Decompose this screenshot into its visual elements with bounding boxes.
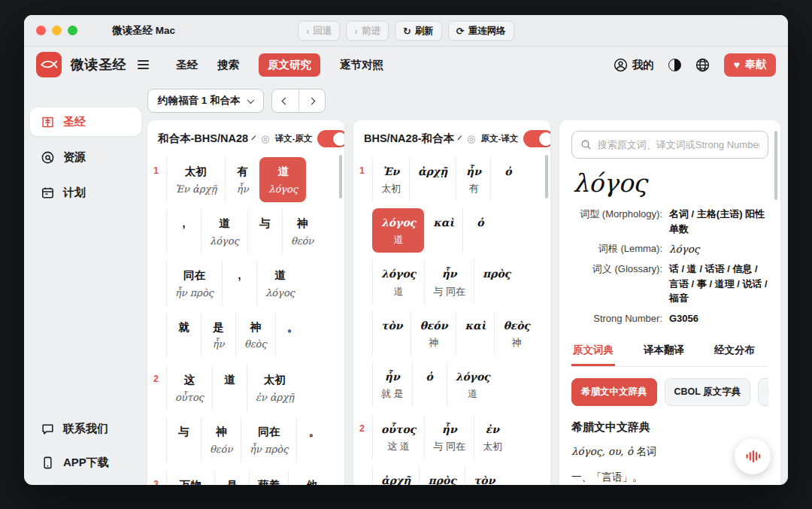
chevron-left-icon [281, 97, 289, 105]
word-cell[interactable]: πρὸς [474, 259, 519, 304]
word-cell[interactable]: 万物πάντα [166, 471, 214, 485]
next-chapter-button[interactable] [298, 89, 325, 112]
sidebar-item-plans[interactable]: 计划 [30, 178, 141, 207]
chevron-down-icon[interactable] [252, 135, 256, 140]
word-cell[interactable]: λόγος道 [447, 362, 498, 407]
chevron-down-icon[interactable] [458, 135, 462, 140]
word-cell-selected[interactable]: λόγος道 [372, 208, 424, 253]
word-cell[interactable]: 与 [247, 209, 282, 254]
word-cell[interactable]: 道λόγος [256, 261, 303, 306]
word-cell[interactable]: 道λόγος [201, 209, 247, 254]
sidebar-item-resources[interactable]: 资源 [30, 143, 141, 171]
word-cell[interactable]: 有ἦν [225, 157, 259, 202]
panel-settings-icon[interactable]: ◎ [467, 133, 475, 144]
morphology-label: 词型 (Morphology): [571, 207, 669, 236]
sidebar-item-contact-us[interactable]: 联系我们 [30, 414, 141, 443]
zoom-window-button[interactable] [68, 26, 77, 35]
word-cell[interactable]: 道 [212, 365, 247, 411]
panel-scrollbar[interactable] [545, 155, 548, 198]
panel-scrollbar[interactable] [774, 131, 777, 200]
menu-icon[interactable] [136, 57, 150, 72]
sidebar-item-bible[interactable]: 圣经 [30, 108, 141, 136]
word-cell[interactable]: 太初Ἐν ἀρχῇ [166, 157, 225, 202]
word-cell[interactable]: θεὸς神 [494, 311, 538, 356]
word-bottom-text: ἦν πρὸς [175, 287, 214, 300]
word-cell[interactable]: 就 [166, 313, 201, 358]
word-cell[interactable]: τὸν [465, 466, 503, 485]
verse-block: 2这οὗτος道太初ἐν ἀρχῇ与神θεόν同在ἦν πρὸς。 [153, 365, 335, 469]
sidebar-item-app-download[interactable]: APP下载 [30, 448, 141, 477]
word-cell[interactable]: ἦν有 [456, 157, 490, 201]
word-cell[interactable]: τὸν [372, 311, 411, 356]
word-cell[interactable]: ἦν就 是 [372, 362, 412, 407]
my-account-button[interactable]: 我的 [614, 58, 654, 72]
word-cell[interactable]: 是ἦν [201, 313, 235, 358]
word-cell[interactable]: 神θεόν [201, 417, 241, 462]
word-bottom-text [465, 337, 486, 350]
word-cell[interactable]: 是 [214, 471, 249, 485]
word-cell[interactable]: 。 [296, 417, 331, 462]
word-cell[interactable]: 神θεόν [282, 209, 322, 254]
word-bottom-text [483, 286, 511, 298]
word-cell[interactable]: οὗτος这 道 [372, 415, 424, 459]
passage-selector-dropdown[interactable]: 约翰福音 1 和合本 [147, 89, 264, 113]
previous-chapter-button[interactable] [272, 89, 298, 112]
word-cell[interactable]: , [166, 209, 201, 254]
nav-item-original-language-study[interactable]: 原文研究 [259, 53, 320, 77]
donate-button[interactable]: ♥ 奉献 [724, 53, 776, 77]
word-cell[interactable]: 同在ἦν πρὸς [241, 417, 296, 462]
theme-contrast-icon[interactable] [668, 59, 681, 71]
word-cell[interactable]: , [222, 261, 256, 306]
forward-button[interactable]: › 前进 [347, 20, 389, 41]
word-cell[interactable]: Ἐν太初 [372, 157, 409, 201]
word-cell[interactable]: καὶ [424, 208, 462, 253]
nav-item-bible[interactable]: 圣经 [176, 53, 198, 77]
minimize-window-button[interactable] [52, 26, 62, 35]
sidebar-item-label: 圣经 [63, 115, 86, 129]
nav-item-verse-comparison[interactable]: 逐节对照 [340, 53, 383, 77]
word-cell[interactable]: 太初ἐν ἀρχῇ [247, 365, 302, 411]
reconnect-network-button[interactable]: ⟳ 重连网络 [448, 20, 514, 41]
lexicon-search-input[interactable]: 搜索原文词、译文词或Strong Number [571, 131, 768, 159]
chip-cbol-lexicon[interactable]: CBOL 原文字典 [665, 378, 751, 406]
refresh-button[interactable]: ↻ 刷新 [395, 20, 442, 41]
word-cell[interactable]: ἐν太初 [474, 415, 511, 459]
word-cell-selected[interactable]: 道λόγος [259, 157, 306, 202]
word-cell[interactable]: ἦν与 同在 [424, 259, 474, 304]
chip-greek-chinese-lexicon[interactable]: 希腊文中文辞典 [571, 378, 657, 406]
direction-toggle[interactable] [317, 130, 344, 147]
word-cell[interactable]: 藉着᾿δι [249, 471, 288, 485]
word-cell[interactable]: πρὸς [419, 466, 464, 485]
dictionary-text: 名词 [636, 446, 656, 457]
dictionary-line: 一、「言语」。 [571, 467, 768, 485]
audio-pronounce-button[interactable] [735, 438, 771, 474]
dictionary-chips: 希腊文中文辞典 CBOL 原文字典 SDNTG 希 [571, 378, 768, 406]
back-button[interactable]: ‹ 回退 [298, 20, 340, 41]
word-cell[interactable]: ὁ [462, 208, 497, 253]
word-cell[interactable]: θεόν神 [411, 311, 456, 356]
word-cell[interactable]: λόγος道 [372, 259, 424, 304]
word-cell[interactable]: ἀρχῇ [372, 466, 419, 485]
word-cell[interactable]: 神θεὸς [235, 313, 275, 358]
word-cell[interactable]: ὁ [412, 362, 447, 407]
close-window-button[interactable] [36, 26, 46, 35]
nav-item-search[interactable]: 搜索 [217, 53, 239, 77]
word-cell[interactable]: 。 [275, 313, 310, 358]
chip-sdntg-lexicon[interactable]: SDNTG 希 [758, 378, 768, 406]
word-cell[interactable]: καὶ [456, 311, 494, 356]
tab-occurrences[interactable]: 经文分布 [713, 338, 756, 366]
word-cell[interactable]: ἦν与 同在 [424, 415, 474, 459]
word-cell[interactable]: 这οὗτος [166, 365, 212, 411]
direction-toggle[interactable] [523, 130, 550, 147]
word-cell[interactable]: ἀρχῇ [409, 157, 456, 201]
panel-settings-icon[interactable]: ◎ [261, 133, 269, 144]
panel-scrollbar[interactable] [339, 155, 342, 198]
word-cell[interactable]: 他αὐτοῦ [288, 471, 335, 485]
calendar-plan-icon [41, 186, 55, 200]
tab-lexicon[interactable]: 原文词典 [571, 338, 615, 366]
tab-translations[interactable]: 译本翻译 [642, 338, 686, 366]
word-cell[interactable]: ὁ [490, 157, 525, 201]
word-cell[interactable]: 同在ἦν πρὸς [166, 261, 222, 306]
language-globe-icon[interactable] [695, 58, 710, 72]
word-cell[interactable]: 与 [166, 417, 201, 462]
